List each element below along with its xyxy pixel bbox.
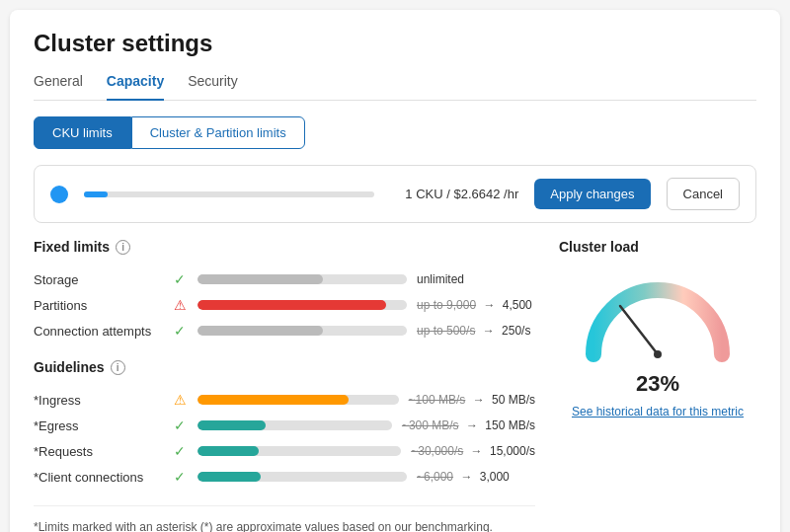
historical-data-link[interactable]: See historical data for this metric xyxy=(572,405,744,418)
subtab-partition[interactable]: Cluster & Partition limits xyxy=(131,116,305,149)
tabs-bar: General Capacity Security xyxy=(34,73,756,101)
new-value-partitions: 4,500 xyxy=(503,298,532,312)
tab-capacity[interactable]: Capacity xyxy=(107,73,164,101)
slider-fill xyxy=(84,191,108,197)
bar-fill-ingress xyxy=(198,395,349,405)
value-storage: unlimited xyxy=(417,272,535,286)
slider-label: 1 CKU / $2.6642 /hr xyxy=(390,187,518,201)
gauge-chart xyxy=(579,270,737,359)
table-row: *Ingress ⚠ ~100 MB/s → 50 MB/s xyxy=(34,387,535,413)
check-icon-connections: ✓ xyxy=(172,323,188,339)
table-row: *Client connections ✓ ~6,000 → 3,000 xyxy=(34,464,535,490)
bar-fill-storage xyxy=(198,274,323,284)
svg-point-1 xyxy=(654,350,662,358)
guidelines-table: *Ingress ⚠ ~100 MB/s → 50 MB/s *Egress ✓ xyxy=(34,387,535,490)
value-partitions: up to 9,000 → 4,500 xyxy=(417,298,535,312)
svg-line-0 xyxy=(620,306,658,354)
value-ingress: ~100 MB/s → 50 MB/s xyxy=(409,393,535,407)
strikethrough-egress: ~300 MB/s xyxy=(402,418,459,432)
strikethrough-connections: up to 500/s xyxy=(417,324,475,338)
tab-security[interactable]: Security xyxy=(188,73,238,101)
bar-client-conn xyxy=(198,472,407,482)
guidelines-title: Guidelines i xyxy=(34,359,535,375)
slider-handle[interactable] xyxy=(50,186,68,203)
table-row: *Egress ✓ ~300 MB/s → 150 MB/s xyxy=(34,413,535,438)
tab-general[interactable]: General xyxy=(34,73,83,101)
strikethrough-client-conn: ~6,000 xyxy=(417,470,453,484)
table-row: Storage ✓ unlimited xyxy=(34,266,535,292)
new-value-ingress: 50 MB/s xyxy=(492,393,535,407)
cancel-button[interactable]: Cancel xyxy=(667,178,740,210)
bar-fill-egress xyxy=(198,420,266,430)
table-row: *Requests ✓ ~30,000/s → 15,000/s xyxy=(34,438,535,464)
row-label-egress: *Egress xyxy=(34,418,162,433)
page-title: Cluster settings xyxy=(34,30,756,57)
footnote-line1: *Limits marked with an asterisk (*) are … xyxy=(34,520,493,532)
bar-fill-client-conn xyxy=(198,472,261,482)
strikethrough-partitions: up to 9,000 xyxy=(417,298,476,312)
check-icon-egress: ✓ xyxy=(172,418,188,433)
new-value-requests: 15,000/s xyxy=(490,444,535,458)
guidelines-info-icon[interactable]: i xyxy=(111,360,125,375)
slider-track[interactable] xyxy=(84,191,374,197)
left-panel: Fixed limits i Storage ✓ unlimited Parti… xyxy=(34,239,535,532)
new-value-egress: 150 MB/s xyxy=(485,418,535,432)
table-row: Partitions ⚠ up to 9,000 → 4,500 xyxy=(34,292,535,318)
bar-fill-connections xyxy=(198,326,323,336)
fixed-limits-title: Fixed limits i xyxy=(34,239,535,255)
apply-changes-button[interactable]: Apply changes xyxy=(534,179,650,209)
row-label-client-conn: *Client connections xyxy=(34,470,162,485)
fixed-limits-table: Storage ✓ unlimited Partitions ⚠ up to 9 xyxy=(34,266,535,343)
row-label-connections: Connection attempts xyxy=(34,324,162,339)
row-label-ingress: *Ingress xyxy=(34,393,162,408)
fixed-limits-info-icon[interactable]: i xyxy=(116,240,130,255)
row-label-requests: *Requests xyxy=(34,444,162,459)
right-panel: Cluster load xyxy=(559,239,756,532)
slider-container: 1 CKU / $2.6642 /hr Apply changes Cancel xyxy=(34,165,756,223)
bar-partitions xyxy=(198,300,407,310)
value-connections: up to 500/s → 250/s xyxy=(417,324,535,338)
row-label-partitions: Partitions xyxy=(34,298,162,313)
strikethrough-ingress: ~100 MB/s xyxy=(409,393,466,407)
table-row: Connection attempts ✓ up to 500/s → 250/… xyxy=(34,318,535,343)
check-icon-requests: ✓ xyxy=(172,443,188,459)
bar-connections xyxy=(198,326,407,336)
subtab-cku[interactable]: CKU limits xyxy=(34,116,131,149)
bar-fill-requests xyxy=(198,446,259,456)
bar-storage xyxy=(198,274,407,284)
gauge-percent: 23% xyxy=(636,371,679,397)
bar-ingress xyxy=(198,395,399,405)
fixed-limits-label: Fixed limits xyxy=(34,239,110,255)
warn-icon: ⚠ xyxy=(172,297,188,313)
guidelines-label: Guidelines xyxy=(34,359,105,375)
new-value-connections: 250/s xyxy=(502,324,530,338)
bar-egress xyxy=(198,420,392,430)
footnote: *Limits marked with an asterisk (*) are … xyxy=(34,518,535,532)
orange-warn-icon: ⚠ xyxy=(172,392,188,408)
new-value-client-conn: 3,000 xyxy=(480,470,510,484)
value-egress: ~300 MB/s → 150 MB/s xyxy=(402,418,535,432)
divider xyxy=(34,505,535,506)
row-label-storage: Storage xyxy=(34,272,162,287)
cluster-load-title: Cluster load xyxy=(559,239,639,255)
strikethrough-requests: ~30,000/s xyxy=(411,444,463,458)
bar-requests xyxy=(198,446,401,456)
main-content: Fixed limits i Storage ✓ unlimited Parti… xyxy=(34,239,756,532)
check-icon: ✓ xyxy=(172,271,188,287)
check-icon-client-conn: ✓ xyxy=(172,469,188,485)
value-client-conn: ~6,000 → 3,000 xyxy=(417,470,535,484)
bar-fill-partitions xyxy=(198,300,386,310)
subtabs-bar: CKU limits Cluster & Partition limits xyxy=(34,116,756,149)
value-requests: ~30,000/s → 15,000/s xyxy=(411,444,535,458)
